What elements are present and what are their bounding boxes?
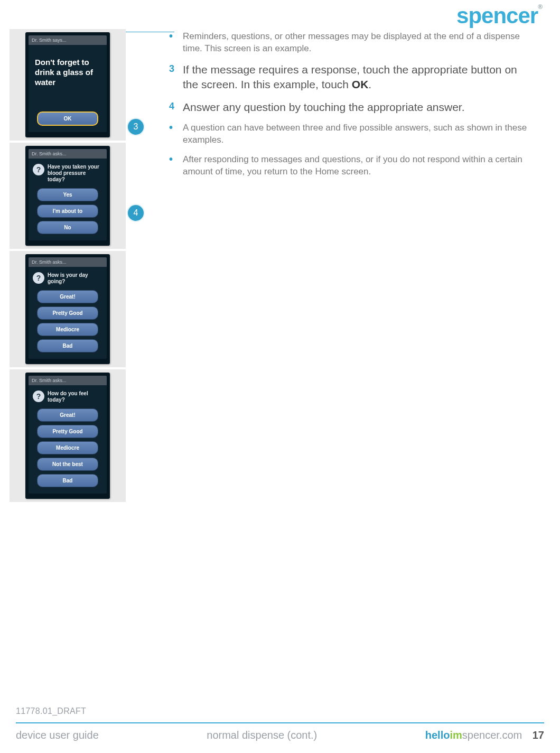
- reminder-message: Don't forget to drink a glass of water: [33, 50, 102, 108]
- device-header: Dr. Smith asks...: [29, 257, 107, 267]
- url-part-domain: spencer.com: [462, 729, 522, 741]
- step-bold: OK: [352, 78, 369, 90]
- question-text: How is your day going?: [48, 272, 102, 285]
- answer-button[interactable]: Mediocre: [37, 441, 98, 454]
- device-mock: Dr. Smith asks... ? How do you feel toda…: [25, 373, 110, 499]
- bullet-text: A question can have between three and fi…: [183, 122, 534, 146]
- url-part-im: im: [450, 729, 462, 741]
- screenshot-3: Dr. Smith asks... ? How is your day goin…: [10, 251, 126, 367]
- device-header: Dr. Smith asks...: [29, 376, 107, 385]
- question-row: ? How do you feel today?: [33, 391, 102, 403]
- device-mock: Dr. Smith says... Don't forget to drink …: [25, 32, 110, 137]
- answer-button[interactable]: Pretty Good: [37, 425, 98, 438]
- question-text: Have you taken your blood pressure today…: [48, 164, 102, 183]
- footer-center: normal dispense (cont.): [207, 729, 317, 741]
- bullet-text: Reminders, questions, or other messages …: [183, 31, 534, 55]
- draft-stamp: 11778.01_DRAFT: [16, 706, 86, 716]
- answer-button[interactable]: Yes: [37, 188, 98, 201]
- step-text: If the message requires a response, touc…: [183, 62, 534, 92]
- device-header: Dr. Smith says...: [29, 35, 107, 45]
- bullet-marker: •: [169, 122, 183, 146]
- answer-button[interactable]: Bad: [37, 474, 98, 487]
- callout-3: 3: [128, 119, 144, 135]
- footer-left: device user guide: [16, 729, 99, 741]
- answer-button[interactable]: Not the best: [37, 458, 98, 471]
- step-text-a: If the message requires a response, touc…: [183, 63, 517, 90]
- question-mark-icon: ?: [33, 164, 44, 175]
- bullet-text: After responding to messages and questio…: [183, 154, 534, 178]
- answer-button[interactable]: Pretty Good: [37, 306, 98, 320]
- screenshot-2: Dr. Smith asks... ? Have you taken your …: [10, 143, 126, 249]
- question-mark-icon: ?: [33, 391, 44, 402]
- device-header: Dr. Smith asks...: [29, 149, 107, 159]
- question-mark-icon: ?: [33, 272, 44, 284]
- step-item: 4 Answer any question by touching the ap…: [169, 100, 534, 115]
- step-number: 3: [169, 62, 183, 92]
- device-body: ? Have you taken your blood pressure tod…: [29, 159, 107, 240]
- device-body: ? How do you feel today? Great! Pretty G…: [29, 385, 107, 494]
- screenshot-1: Dr. Smith says... Don't forget to drink …: [10, 29, 126, 141]
- answer-button[interactable]: No: [37, 221, 98, 234]
- callout-4: 4: [128, 205, 144, 221]
- footer-rule: [16, 722, 544, 723]
- brand-registered: ®: [538, 3, 542, 11]
- device-body: Don't forget to drink a glass of water O…: [29, 45, 107, 132]
- url-part-hello: hello: [425, 729, 450, 741]
- bullet-marker: •: [169, 154, 183, 178]
- bullet-item: • Reminders, questions, or other message…: [169, 31, 534, 55]
- answer-button[interactable]: Mediocre: [37, 323, 98, 336]
- page-number: 17: [533, 729, 544, 741]
- bullet-item: • A question can have between three and …: [169, 122, 534, 146]
- ok-button[interactable]: OK: [37, 111, 98, 126]
- device-mock: Dr. Smith asks... ? Have you taken your …: [25, 146, 110, 246]
- footer-right: helloimspencer.com 17: [425, 729, 544, 741]
- step-text: Answer any question by touching the appr…: [183, 100, 534, 115]
- bullet-item: • After responding to messages and quest…: [169, 154, 534, 178]
- instruction-text: • Reminders, questions, or other message…: [169, 31, 534, 185]
- page-footer: device user guide normal dispense (cont.…: [16, 729, 544, 741]
- brand-text: spencer: [456, 3, 538, 28]
- step-text-c: .: [368, 78, 371, 90]
- device-body: ? How is your day going? Great! Pretty G…: [29, 267, 107, 359]
- answer-button[interactable]: I'm about to: [37, 204, 98, 218]
- question-row: ? Have you taken your blood pressure tod…: [33, 164, 102, 183]
- screenshot-4: Dr. Smith asks... ? How do you feel toda…: [10, 369, 126, 502]
- brand-logo: spencer®: [456, 3, 542, 29]
- answer-button[interactable]: Great!: [37, 408, 98, 422]
- question-row: ? How is your day going?: [33, 272, 102, 285]
- answer-button[interactable]: Bad: [37, 339, 98, 352]
- bullet-marker: •: [169, 31, 183, 55]
- device-mock: Dr. Smith asks... ? How is your day goin…: [25, 254, 110, 364]
- step-item: 3 If the message requires a response, to…: [169, 62, 534, 92]
- question-text: How do you feel today?: [48, 391, 102, 403]
- answer-button[interactable]: Great!: [37, 290, 98, 303]
- callout-number: 4: [134, 208, 138, 218]
- step-number: 4: [169, 100, 183, 115]
- screenshot-column: Dr. Smith says... Don't forget to drink …: [10, 29, 126, 504]
- callout-number: 3: [134, 122, 138, 132]
